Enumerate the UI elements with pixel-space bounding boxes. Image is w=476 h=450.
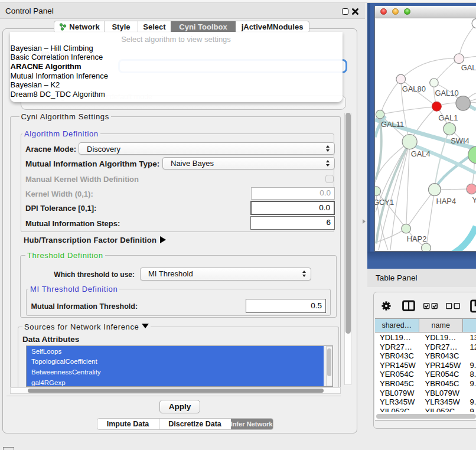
svg-text:GAL11: GAL11 bbox=[381, 120, 404, 129]
svg-text:GCY1: GCY1 bbox=[374, 198, 394, 207]
svg-text:GAL4: GAL4 bbox=[411, 149, 431, 158]
svg-text:Y: Y bbox=[472, 195, 476, 204]
svg-text:GAL80: GAL80 bbox=[402, 84, 426, 93]
svg-text:GAL1: GAL1 bbox=[438, 113, 458, 122]
svg-text:GAL10: GAL10 bbox=[435, 89, 458, 97]
svg-text:GAL7: GAL7 bbox=[461, 63, 476, 72]
svg-text:HAP4: HAP4 bbox=[436, 197, 456, 206]
svg-text:HAP2: HAP2 bbox=[407, 234, 427, 243]
svg-text:SWI4: SWI4 bbox=[451, 136, 470, 145]
